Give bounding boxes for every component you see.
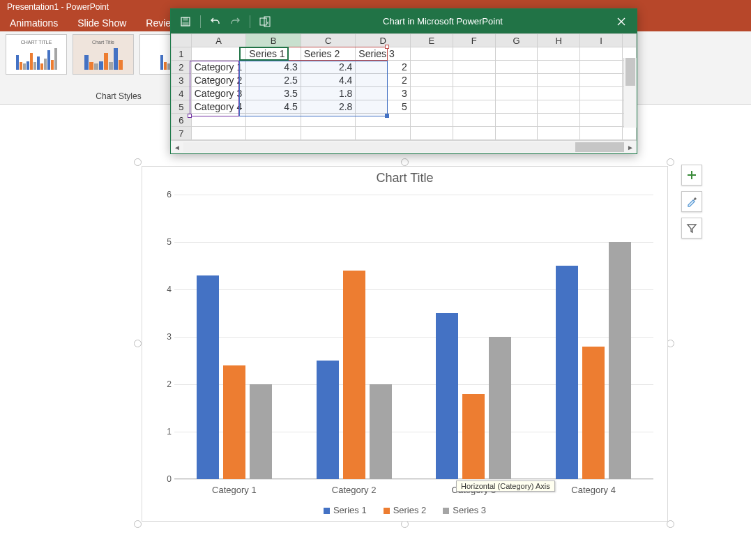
- open-in-excel-icon[interactable]: x: [257, 14, 273, 29]
- cell[interactable]: 4.3: [246, 61, 301, 74]
- col-header[interactable]: E: [410, 34, 453, 47]
- ribbon-tab-slide-show[interactable]: Slide Show: [68, 15, 136, 31]
- chart-filter-button[interactable]: [681, 218, 702, 239]
- cell[interactable]: Series 2: [301, 47, 356, 61]
- cell[interactable]: 2.4: [301, 61, 356, 74]
- column-headers[interactable]: A B C D E F G H I: [172, 34, 637, 47]
- cell[interactable]: 2: [356, 61, 411, 74]
- cell[interactable]: 3.5: [246, 87, 301, 100]
- y-tick-label: 0: [156, 474, 172, 484]
- col-header[interactable]: H: [538, 34, 580, 47]
- cell[interactable]: 4.4: [301, 74, 356, 87]
- bar[interactable]: [489, 337, 511, 479]
- row-header[interactable]: 3: [172, 74, 192, 87]
- row-header[interactable]: 1: [172, 47, 192, 61]
- resize-handle[interactable]: [667, 158, 674, 166]
- chart-title[interactable]: Chart Title: [142, 171, 667, 186]
- cell[interactable]: Series 3: [356, 47, 411, 61]
- bar[interactable]: [317, 361, 339, 479]
- bar[interactable]: [582, 347, 605, 479]
- plot-area[interactable]: 0123456Category 1Category 2Category 3Cat…: [156, 195, 653, 479]
- cell[interactable]: 2: [356, 74, 411, 87]
- chart[interactable]: Chart Title 0123456Category 1Category 2C…: [142, 166, 668, 522]
- vertical-scrollbar[interactable]: [623, 58, 637, 128]
- cell[interactable]: Category 4: [191, 100, 246, 114]
- y-tick-label: 6: [156, 190, 172, 199]
- cell[interactable]: Category 3: [191, 87, 246, 100]
- bar[interactable]: [609, 242, 631, 479]
- cell[interactable]: 5: [356, 100, 411, 114]
- bar[interactable]: [436, 313, 458, 479]
- chart-side-buttons: [681, 165, 702, 239]
- category-group: Category 4: [533, 195, 653, 479]
- row-header[interactable]: 5: [172, 100, 192, 114]
- bar[interactable]: [556, 266, 578, 479]
- row-header[interactable]: 2: [172, 61, 192, 74]
- x-tick-label: Category 2: [294, 485, 414, 495]
- cell[interactable]: 2.8: [301, 100, 356, 114]
- col-header[interactable]: I: [580, 34, 623, 47]
- chart-elements-button[interactable]: [681, 165, 702, 186]
- ribbon-tab-animations[interactable]: Animations: [0, 15, 68, 31]
- excel-window-title: Chart in Microsoft PowerPoint: [280, 16, 606, 27]
- category-group: Category 3: [414, 195, 534, 479]
- chart-data-editor-window[interactable]: x Chart in Microsoft PowerPoint A B C D …: [170, 8, 637, 154]
- legend-item[interactable]: Series 1: [324, 505, 367, 515]
- resize-handle[interactable]: [134, 158, 142, 166]
- y-tick-label: 5: [156, 237, 172, 247]
- chart-styles-button[interactable]: [681, 191, 702, 212]
- col-header[interactable]: B: [246, 34, 301, 47]
- resize-handle[interactable]: [401, 158, 409, 166]
- resize-handle[interactable]: [134, 520, 142, 528]
- bar[interactable]: [370, 384, 392, 479]
- cell[interactable]: Series 1: [246, 47, 301, 61]
- col-header[interactable]: C: [301, 34, 356, 47]
- chart-style-thumb[interactable]: Chart Title: [73, 34, 134, 75]
- bar[interactable]: [197, 275, 219, 479]
- bar[interactable]: [343, 271, 365, 479]
- resize-handle[interactable]: [134, 340, 142, 347]
- y-tick-label: 2: [156, 379, 172, 389]
- bar[interactable]: [250, 384, 272, 479]
- y-tick-label: 4: [156, 285, 172, 294]
- range-handle[interactable]: [188, 114, 192, 118]
- category-group: Category 2: [294, 195, 414, 479]
- col-header[interactable]: F: [453, 34, 495, 47]
- cell[interactable]: 1.8: [301, 87, 356, 100]
- cell[interactable]: Category 1: [191, 61, 246, 74]
- svg-text:x: x: [266, 20, 269, 25]
- range-handle[interactable]: [385, 45, 389, 49]
- spreadsheet[interactable]: A B C D E F G H I 1Series 1Series 2Serie…: [171, 33, 637, 140]
- excel-title-bar[interactable]: x Chart in Microsoft PowerPoint: [171, 9, 637, 33]
- x-tick-label: Category 1: [174, 485, 294, 495]
- legend-item[interactable]: Series 2: [384, 505, 427, 515]
- cell[interactable]: 4.5: [246, 100, 301, 114]
- row-header[interactable]: 4: [172, 87, 192, 100]
- axis-tooltip: Horizontal (Category) Axis: [456, 480, 555, 492]
- col-header[interactable]: G: [495, 34, 538, 47]
- cell[interactable]: 2.5: [246, 74, 301, 87]
- save-icon[interactable]: [178, 14, 193, 29]
- cell[interactable]: 3: [356, 87, 411, 100]
- scroll-right-icon[interactable]: ►: [624, 141, 637, 153]
- y-tick-label: 3: [156, 332, 172, 342]
- svg-rect-2: [183, 22, 188, 25]
- horizontal-scrollbar[interactable]: ◄ ►: [171, 140, 637, 153]
- scroll-left-icon[interactable]: ◄: [171, 141, 183, 153]
- svg-rect-3: [260, 18, 266, 25]
- legend[interactable]: Series 1 Series 2 Series 3: [142, 505, 667, 515]
- legend-item[interactable]: Series 3: [443, 505, 486, 515]
- cell[interactable]: Category 2: [191, 74, 246, 87]
- undo-icon[interactable]: [208, 14, 223, 29]
- svg-rect-1: [183, 17, 188, 20]
- col-header[interactable]: A: [191, 34, 246, 47]
- redo-icon[interactable]: [227, 14, 243, 29]
- bar[interactable]: [462, 394, 485, 479]
- range-handle[interactable]: [385, 114, 389, 118]
- y-tick-label: 1: [156, 427, 172, 437]
- row-header[interactable]: 7: [172, 127, 192, 140]
- bar[interactable]: [223, 365, 245, 479]
- close-button[interactable]: [606, 9, 637, 33]
- col-header[interactable]: D: [356, 34, 411, 47]
- chart-style-thumb[interactable]: CHART TITLE: [6, 34, 67, 75]
